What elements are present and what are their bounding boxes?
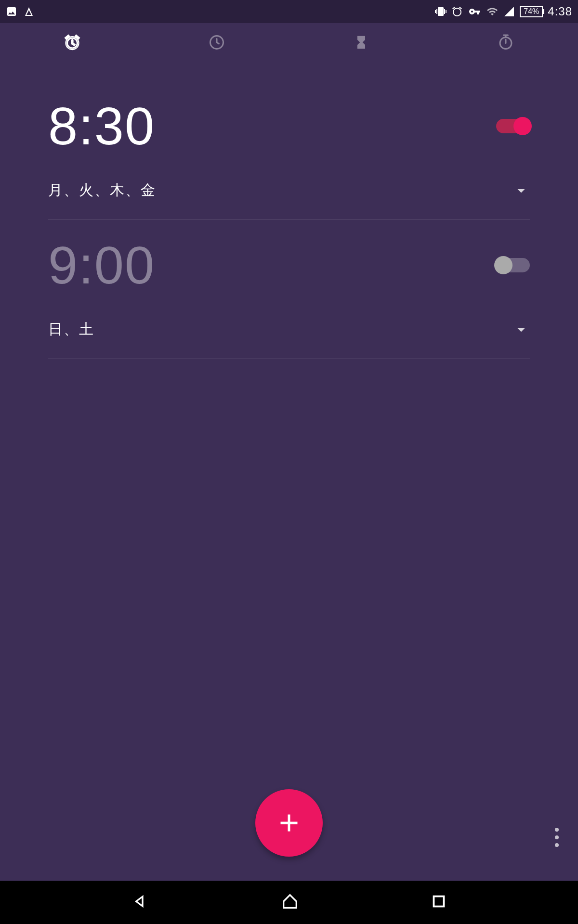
status-left-icons bbox=[6, 6, 35, 17]
tab-clock[interactable] bbox=[144, 23, 289, 62]
status-time: 4:38 bbox=[548, 5, 572, 18]
alarm-toggle[interactable] bbox=[496, 258, 530, 272]
status-bar: 74% 4:38 bbox=[0, 0, 578, 23]
alarm-icon bbox=[64, 34, 81, 51]
tab-bar bbox=[0, 23, 578, 62]
nav-home-button[interactable] bbox=[280, 892, 300, 913]
alarm-item[interactable]: 8:30 月、火、木、金 bbox=[48, 81, 530, 220]
alarm-status-icon bbox=[451, 6, 463, 17]
toggle-knob bbox=[513, 117, 532, 135]
dot-icon bbox=[555, 828, 559, 832]
clock-icon bbox=[208, 34, 225, 51]
tab-timer[interactable] bbox=[289, 23, 434, 62]
toggle-knob bbox=[494, 256, 512, 274]
hourglass-icon bbox=[354, 35, 369, 50]
dot-icon bbox=[555, 843, 559, 847]
tab-stopwatch[interactable] bbox=[434, 23, 578, 62]
status-right-icons: 74% 4:38 bbox=[435, 5, 572, 18]
image-icon bbox=[6, 6, 17, 17]
chevron-down-icon[interactable] bbox=[512, 321, 530, 338]
battery-indicator: 74% bbox=[520, 6, 543, 17]
overflow-menu-button[interactable] bbox=[555, 828, 559, 847]
alarm-list: 8:30 月、火、木、金 9:00 日、土 bbox=[0, 62, 578, 359]
vpn-key-icon bbox=[468, 6, 481, 17]
alarm-days: 日、土 bbox=[48, 320, 94, 339]
nav-bar bbox=[0, 881, 578, 924]
back-icon bbox=[131, 892, 150, 911]
alarm-time[interactable]: 8:30 bbox=[48, 95, 155, 156]
nav-back-button[interactable] bbox=[131, 892, 150, 913]
wifi-icon bbox=[486, 6, 499, 17]
svg-rect-3 bbox=[434, 897, 444, 907]
alarm-toggle[interactable] bbox=[496, 119, 530, 133]
dot-icon bbox=[555, 835, 559, 839]
alarm-item[interactable]: 9:00 日、土 bbox=[48, 220, 530, 359]
stopwatch-icon bbox=[497, 34, 514, 51]
signal-icon bbox=[503, 6, 515, 17]
chevron-down-icon[interactable] bbox=[512, 182, 530, 199]
tab-alarm[interactable] bbox=[0, 23, 144, 62]
alarm-time[interactable]: 9:00 bbox=[48, 234, 155, 295]
add-alarm-button[interactable] bbox=[255, 789, 323, 857]
alarm-days: 月、火、木、金 bbox=[48, 180, 156, 200]
nav-recents-button[interactable] bbox=[430, 893, 447, 912]
vibrate-icon bbox=[435, 6, 447, 17]
home-icon bbox=[280, 892, 300, 911]
plus-icon bbox=[275, 808, 303, 837]
square-icon bbox=[430, 893, 447, 910]
mountain-icon bbox=[23, 6, 35, 17]
